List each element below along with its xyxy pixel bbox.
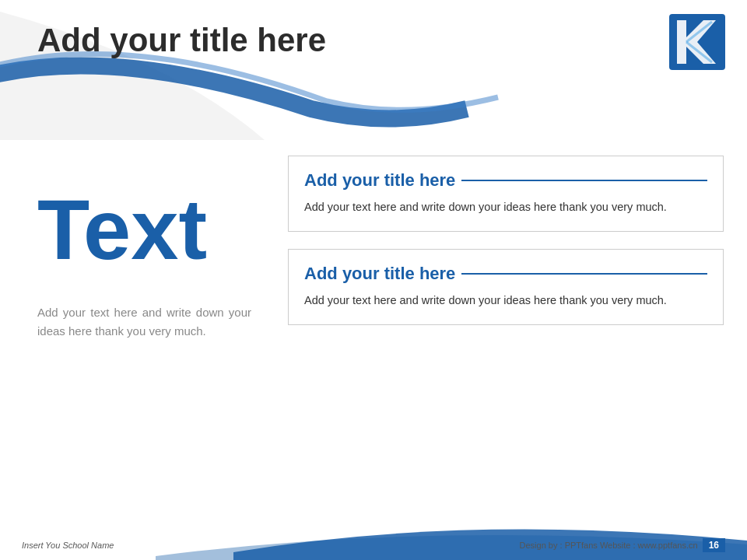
- right-section: Add your title here Add your text here a…: [288, 156, 724, 325]
- footer: Insert You School Name Design by : PPTfa…: [0, 538, 747, 552]
- school-name: Insert You School Name: [22, 541, 114, 550]
- box-1-title-line: [461, 180, 707, 181]
- logo: [669, 14, 725, 70]
- box-1-body: Add your text here and write down your i…: [304, 198, 707, 217]
- box-2-body: Add your text here and write down your i…: [304, 292, 707, 310]
- box-2-title-row: Add your title here: [304, 264, 707, 284]
- design-credit: Design by : PPTfans Website : www.pptfan…: [520, 541, 698, 550]
- slide: Add your title here Text Add your text h…: [0, 0, 747, 560]
- big-text-element: Text: [37, 187, 207, 272]
- main-title: Add your title here: [37, 22, 326, 59]
- box-2-title-line: [461, 273, 707, 275]
- box-1-title-text: Add your title here: [304, 170, 455, 191]
- content-box-2: Add your title here Add your text here a…: [288, 249, 724, 325]
- footer-right: Design by : PPTfans Website : www.pptfan…: [520, 538, 725, 552]
- content-box-1: Add your title here Add your text here a…: [288, 156, 724, 232]
- page-number: 16: [703, 538, 725, 552]
- box-1-title-row: Add your title here: [304, 170, 707, 191]
- left-body-text: Add your text here and write down your i…: [37, 303, 251, 341]
- box-2-title-text: Add your title here: [304, 264, 455, 284]
